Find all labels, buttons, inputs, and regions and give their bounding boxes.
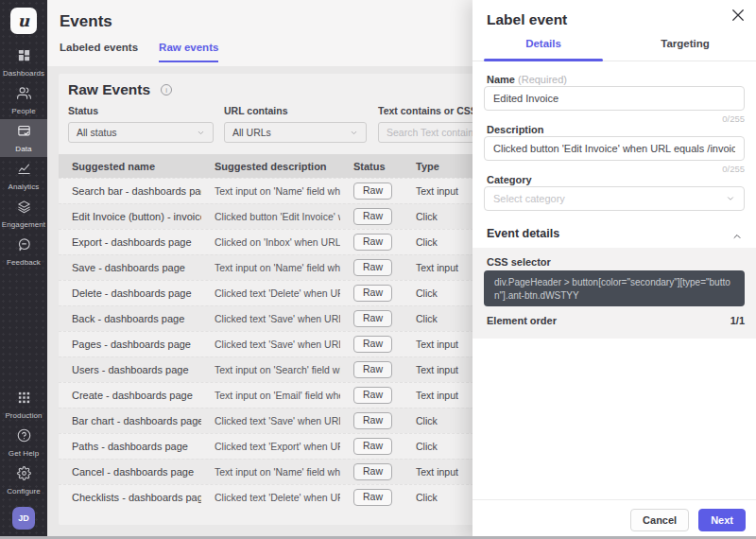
event-type: Text input <box>403 262 458 273</box>
event-suggested-description: Clicked text 'Export' when URL e... <box>201 441 340 452</box>
col-status: Status <box>340 161 403 172</box>
sidebar-item-people[interactable]: People <box>0 81 47 119</box>
element-order-value: 1/1 <box>730 315 745 326</box>
event-details-heading: Event details <box>487 227 559 240</box>
event-suggested-name: Search bar - dashboards page <box>59 185 201 197</box>
people-icon <box>17 86 31 104</box>
user-avatar[interactable]: JD <box>12 507 35 530</box>
chevron-down-icon <box>197 129 205 137</box>
event-type: Text input <box>403 466 458 478</box>
event-suggested-name: Export - dashboards page <box>59 236 201 248</box>
event-suggested-description: Text input on 'Name' field when... <box>201 185 340 197</box>
event-type: Text input <box>403 364 458 375</box>
status-badge: Raw <box>353 463 392 481</box>
col-suggested-description: Suggested description <box>201 161 340 172</box>
description-field[interactable] <box>484 136 745 161</box>
element-order-label: Element order <box>487 315 557 326</box>
status-filter-select[interactable]: All status <box>68 122 214 143</box>
status-badge: Raw <box>353 489 392 507</box>
event-suggested-description: Clicked text 'Save' when URL eq... <box>201 313 340 324</box>
close-icon[interactable] <box>730 7 747 24</box>
status-filter-value: All status <box>77 127 117 138</box>
tab-raw-events[interactable]: Raw events <box>159 42 218 62</box>
css-selector-label: CSS selector <box>487 256 551 268</box>
status-badge: Raw <box>353 208 392 226</box>
event-suggested-description: Text input on 'Email' field when... <box>201 390 340 401</box>
col-type: Type <box>403 161 439 172</box>
event-suggested-description: Text input on 'Name' field when... <box>201 262 340 273</box>
event-type: Text input <box>403 185 458 197</box>
chevron-down-icon <box>350 129 358 137</box>
analytics-icon <box>17 162 31 180</box>
label-event-drawer: Label event Details Targeting Name (Requ… <box>472 0 756 539</box>
event-suggested-description: Clicked text 'Save' when URL eq... <box>201 415 340 426</box>
event-suggested-description: Clicked button 'Edit Invoice' whe... <box>201 211 340 222</box>
tab-labeled-events[interactable]: Labeled events <box>60 42 138 62</box>
event-suggested-name: Checklists - dashboards page <box>59 492 201 503</box>
drawer-title: Label event <box>487 11 567 28</box>
event-type: Click <box>403 415 438 426</box>
sidebar-item-engagement[interactable]: Engagement <box>0 195 47 233</box>
sidebar: u Dashboards People Data Analytics Engag… <box>0 0 47 539</box>
category-placeholder: Select category <box>493 193 565 204</box>
status-badge: Raw <box>353 438 392 456</box>
event-suggested-name: Pages - dashboards page <box>59 339 201 350</box>
description-counter: 0/255 <box>722 164 745 174</box>
event-type: Click <box>403 441 438 452</box>
sidebar-item-analytics[interactable]: Analytics <box>0 157 47 195</box>
event-suggested-description: Clicked on 'Inbox' when URL eq... <box>201 236 340 248</box>
required-hint: (Required) <box>518 74 567 85</box>
status-badge: Raw <box>353 361 392 379</box>
event-suggested-description: Clicked text 'Delete' when URL e... <box>201 492 340 503</box>
sidebar-item-production[interactable]: Production <box>0 386 47 424</box>
category-select[interactable]: Select category <box>484 186 745 211</box>
cancel-button[interactable]: Cancel <box>630 509 689 531</box>
event-type: Text input <box>403 390 458 401</box>
chevron-up-icon[interactable] <box>731 229 743 240</box>
raw-events-title: Raw Events <box>68 81 150 98</box>
drawer-tabs: Details Targeting <box>472 38 756 61</box>
tab-targeting[interactable]: Targeting <box>614 38 756 61</box>
sidebar-item-get-help[interactable]: Get Help <box>0 424 47 461</box>
event-suggested-description: Clicked text 'Delete' when URL e... <box>201 287 340 299</box>
status-badge: Raw <box>353 412 392 430</box>
event-suggested-description: Text input on 'Search' field whe... <box>201 364 340 375</box>
chevron-down-icon <box>726 194 735 203</box>
event-type: Click <box>403 287 438 299</box>
sidebar-item-dashboards[interactable]: Dashboards <box>0 43 47 81</box>
tab-details[interactable]: Details <box>472 38 614 61</box>
event-suggested-name: Users - dashboards page <box>59 364 201 375</box>
event-suggested-description: Clicked text 'Save' when URL eq... <box>201 339 340 350</box>
url-filter-label: URL contains <box>224 105 367 116</box>
description-label: Description <box>487 124 544 135</box>
app-logo[interactable]: u <box>10 8 37 34</box>
status-badge: Raw <box>353 387 392 405</box>
events-tabs: Labeled events Raw events <box>60 42 218 62</box>
event-suggested-name: Create - dashboards page <box>59 390 201 401</box>
css-selector-code: div.PageHeader > button[color="secondary… <box>484 270 745 306</box>
next-button[interactable]: Next <box>698 509 746 531</box>
engagement-icon <box>17 200 31 217</box>
sidebar-item-data[interactable]: Data <box>0 119 47 157</box>
sidebar-item-feedback[interactable]: Feedback <box>0 233 47 270</box>
dashboards-icon <box>17 48 31 66</box>
production-icon <box>17 391 31 409</box>
status-badge: Raw <box>353 310 392 328</box>
url-filter-value: All URLs <box>232 127 271 138</box>
event-type: Click <box>403 492 438 503</box>
url-filter-select[interactable]: All URLs <box>224 122 367 143</box>
get-help-icon <box>17 428 31 446</box>
event-type: Text input <box>403 339 458 350</box>
category-label: Category <box>487 174 532 185</box>
status-badge: Raw <box>353 234 392 252</box>
sidebar-item-configure[interactable]: Configure <box>0 461 47 499</box>
event-suggested-name: Cancel - dashboards page <box>59 466 201 478</box>
event-suggested-name: Save - dashboards page <box>59 262 201 273</box>
name-field[interactable] <box>484 86 745 111</box>
info-icon[interactable]: i <box>161 84 172 96</box>
event-suggested-name: Back - dashboards page <box>59 313 201 324</box>
drawer-footer: Cancel Next <box>472 499 756 539</box>
status-badge: Raw <box>353 336 392 354</box>
feedback-icon <box>17 237 31 255</box>
status-badge: Raw <box>353 259 392 277</box>
